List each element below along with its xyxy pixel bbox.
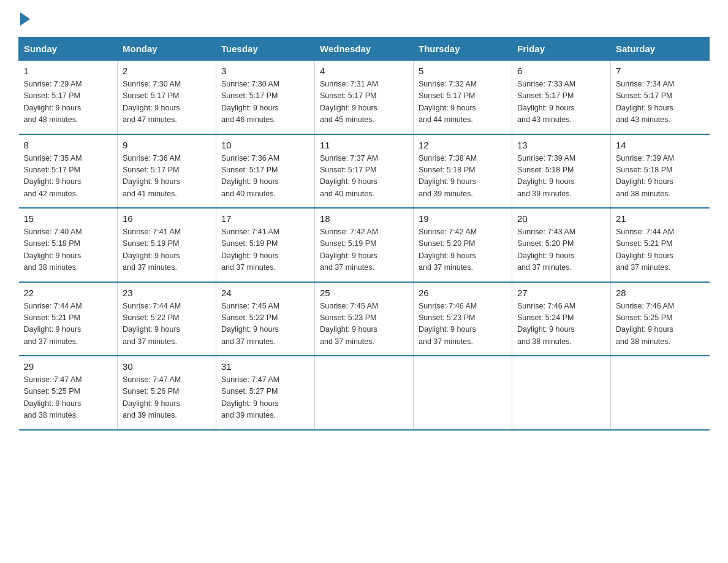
- calendar-header-row: SundayMondayTuesdayWednesdayThursdayFrid…: [19, 37, 710, 61]
- col-header-monday: Monday: [118, 37, 216, 61]
- calendar-cell: 28Sunrise: 7:46 AMSunset: 5:25 PMDayligh…: [611, 282, 710, 356]
- day-number: 8: [24, 140, 113, 150]
- calendar-cell: 31Sunrise: 7:47 AMSunset: 5:27 PMDayligh…: [216, 356, 315, 430]
- logo: [18, 12, 30, 26]
- calendar-cell: 18Sunrise: 7:42 AMSunset: 5:19 PMDayligh…: [315, 208, 414, 282]
- day-info: Sunrise: 7:44 AMSunset: 5:21 PMDaylight:…: [616, 226, 705, 274]
- calendar-cell: 11Sunrise: 7:37 AMSunset: 5:17 PMDayligh…: [315, 134, 414, 209]
- calendar-week-row: 8Sunrise: 7:35 AMSunset: 5:17 PMDaylight…: [19, 134, 710, 209]
- calendar-cell: 12Sunrise: 7:38 AMSunset: 5:18 PMDayligh…: [414, 134, 512, 209]
- calendar-cell: 29Sunrise: 7:47 AMSunset: 5:25 PMDayligh…: [19, 356, 118, 430]
- calendar-cell: 30Sunrise: 7:47 AMSunset: 5:26 PMDayligh…: [118, 356, 216, 430]
- day-number: 22: [24, 288, 113, 298]
- calendar-cell: [611, 356, 710, 430]
- day-number: 7: [616, 66, 705, 76]
- day-number: 17: [221, 213, 309, 224]
- day-number: 23: [123, 288, 211, 298]
- day-info: Sunrise: 7:39 AMSunset: 5:18 PMDaylight:…: [517, 153, 605, 201]
- day-info: Sunrise: 7:42 AMSunset: 5:19 PMDaylight:…: [320, 226, 408, 274]
- calendar-cell: 16Sunrise: 7:41 AMSunset: 5:19 PMDayligh…: [118, 208, 216, 282]
- day-info: Sunrise: 7:44 AMSunset: 5:21 PMDaylight:…: [24, 301, 113, 348]
- day-number: 25: [320, 288, 408, 298]
- day-info: Sunrise: 7:37 AMSunset: 5:17 PMDaylight:…: [320, 153, 408, 201]
- day-number: 20: [517, 213, 605, 224]
- day-info: Sunrise: 7:44 AMSunset: 5:22 PMDaylight:…: [123, 301, 211, 348]
- day-info: Sunrise: 7:30 AMSunset: 5:17 PMDaylight:…: [221, 79, 309, 126]
- day-info: Sunrise: 7:45 AMSunset: 5:23 PMDaylight:…: [320, 301, 408, 348]
- day-info: Sunrise: 7:31 AMSunset: 5:17 PMDaylight:…: [320, 79, 408, 126]
- calendar-cell: 8Sunrise: 7:35 AMSunset: 5:17 PMDaylight…: [19, 134, 118, 209]
- calendar-cell: 4Sunrise: 7:31 AMSunset: 5:17 PMDaylight…: [315, 61, 414, 134]
- day-info: Sunrise: 7:39 AMSunset: 5:18 PMDaylight:…: [616, 153, 705, 201]
- day-info: Sunrise: 7:29 AMSunset: 5:17 PMDaylight:…: [24, 79, 113, 126]
- day-number: 4: [320, 66, 408, 76]
- calendar-cell: 20Sunrise: 7:43 AMSunset: 5:20 PMDayligh…: [512, 208, 611, 282]
- day-number: 9: [123, 140, 211, 150]
- logo-arrow-icon: [20, 12, 30, 26]
- calendar-cell: 1Sunrise: 7:29 AMSunset: 5:17 PMDaylight…: [19, 61, 118, 134]
- calendar-cell: 9Sunrise: 7:36 AMSunset: 5:17 PMDaylight…: [118, 134, 216, 209]
- day-info: Sunrise: 7:41 AMSunset: 5:19 PMDaylight:…: [221, 226, 309, 274]
- calendar-cell: 17Sunrise: 7:41 AMSunset: 5:19 PMDayligh…: [216, 208, 315, 282]
- day-number: 24: [221, 288, 309, 298]
- day-number: 21: [616, 213, 705, 224]
- day-number: 13: [517, 140, 605, 150]
- calendar-cell: 13Sunrise: 7:39 AMSunset: 5:18 PMDayligh…: [512, 134, 611, 209]
- day-info: Sunrise: 7:35 AMSunset: 5:17 PMDaylight:…: [24, 153, 113, 201]
- day-number: 12: [419, 140, 507, 150]
- day-number: 28: [616, 288, 705, 298]
- day-number: 10: [221, 140, 309, 150]
- calendar-week-row: 29Sunrise: 7:47 AMSunset: 5:25 PMDayligh…: [19, 356, 710, 430]
- calendar-cell: 3Sunrise: 7:30 AMSunset: 5:17 PMDaylight…: [216, 61, 315, 134]
- calendar-cell: 19Sunrise: 7:42 AMSunset: 5:20 PMDayligh…: [414, 208, 512, 282]
- calendar-week-row: 15Sunrise: 7:40 AMSunset: 5:18 PMDayligh…: [19, 208, 710, 282]
- day-info: Sunrise: 7:46 AMSunset: 5:24 PMDaylight:…: [517, 301, 605, 348]
- page-header: [18, 12, 710, 26]
- calendar-cell: 21Sunrise: 7:44 AMSunset: 5:21 PMDayligh…: [611, 208, 710, 282]
- col-header-thursday: Thursday: [414, 37, 512, 61]
- calendar-cell: 25Sunrise: 7:45 AMSunset: 5:23 PMDayligh…: [315, 282, 414, 356]
- col-header-wednesday: Wednesday: [315, 37, 414, 61]
- day-number: 15: [24, 213, 113, 224]
- calendar-cell: 23Sunrise: 7:44 AMSunset: 5:22 PMDayligh…: [118, 282, 216, 356]
- calendar-cell: 7Sunrise: 7:34 AMSunset: 5:17 PMDaylight…: [611, 61, 710, 134]
- day-info: Sunrise: 7:32 AMSunset: 5:17 PMDaylight:…: [419, 79, 507, 126]
- calendar-cell: 26Sunrise: 7:46 AMSunset: 5:23 PMDayligh…: [414, 282, 512, 356]
- day-number: 2: [123, 66, 211, 76]
- day-info: Sunrise: 7:46 AMSunset: 5:23 PMDaylight:…: [419, 301, 507, 348]
- day-info: Sunrise: 7:36 AMSunset: 5:17 PMDaylight:…: [221, 153, 309, 201]
- calendar-cell: 2Sunrise: 7:30 AMSunset: 5:17 PMDaylight…: [118, 61, 216, 134]
- calendar-week-row: 1Sunrise: 7:29 AMSunset: 5:17 PMDaylight…: [19, 61, 710, 134]
- day-number: 11: [320, 140, 408, 150]
- day-info: Sunrise: 7:41 AMSunset: 5:19 PMDaylight:…: [123, 226, 211, 274]
- calendar-cell: [315, 356, 414, 430]
- day-info: Sunrise: 7:47 AMSunset: 5:25 PMDaylight:…: [24, 374, 113, 422]
- day-info: Sunrise: 7:42 AMSunset: 5:20 PMDaylight:…: [419, 226, 507, 274]
- day-number: 3: [221, 66, 309, 76]
- day-number: 6: [517, 66, 605, 76]
- day-info: Sunrise: 7:46 AMSunset: 5:25 PMDaylight:…: [616, 301, 705, 348]
- day-number: 14: [616, 140, 705, 150]
- calendar-cell: 27Sunrise: 7:46 AMSunset: 5:24 PMDayligh…: [512, 282, 611, 356]
- calendar-week-row: 22Sunrise: 7:44 AMSunset: 5:21 PMDayligh…: [19, 282, 710, 356]
- calendar-cell: 5Sunrise: 7:32 AMSunset: 5:17 PMDaylight…: [414, 61, 512, 134]
- day-info: Sunrise: 7:38 AMSunset: 5:18 PMDaylight:…: [419, 153, 507, 201]
- day-info: Sunrise: 7:40 AMSunset: 5:18 PMDaylight:…: [24, 226, 113, 274]
- day-info: Sunrise: 7:47 AMSunset: 5:26 PMDaylight:…: [123, 374, 211, 422]
- day-number: 18: [320, 213, 408, 224]
- calendar-cell: 24Sunrise: 7:45 AMSunset: 5:22 PMDayligh…: [216, 282, 315, 356]
- calendar-cell: 22Sunrise: 7:44 AMSunset: 5:21 PMDayligh…: [19, 282, 118, 356]
- day-number: 1: [24, 66, 113, 76]
- col-header-saturday: Saturday: [611, 37, 710, 61]
- calendar-cell: 15Sunrise: 7:40 AMSunset: 5:18 PMDayligh…: [19, 208, 118, 282]
- calendar-cell: 10Sunrise: 7:36 AMSunset: 5:17 PMDayligh…: [216, 134, 315, 209]
- calendar-table: SundayMondayTuesdayWednesdayThursdayFrid…: [18, 37, 710, 431]
- day-number: 31: [221, 361, 309, 372]
- day-info: Sunrise: 7:33 AMSunset: 5:17 PMDaylight:…: [517, 79, 605, 126]
- day-info: Sunrise: 7:34 AMSunset: 5:17 PMDaylight:…: [616, 79, 705, 126]
- calendar-cell: 14Sunrise: 7:39 AMSunset: 5:18 PMDayligh…: [611, 134, 710, 209]
- day-number: 19: [419, 213, 507, 224]
- day-number: 29: [24, 361, 113, 372]
- day-info: Sunrise: 7:43 AMSunset: 5:20 PMDaylight:…: [517, 226, 605, 274]
- day-number: 16: [123, 213, 211, 224]
